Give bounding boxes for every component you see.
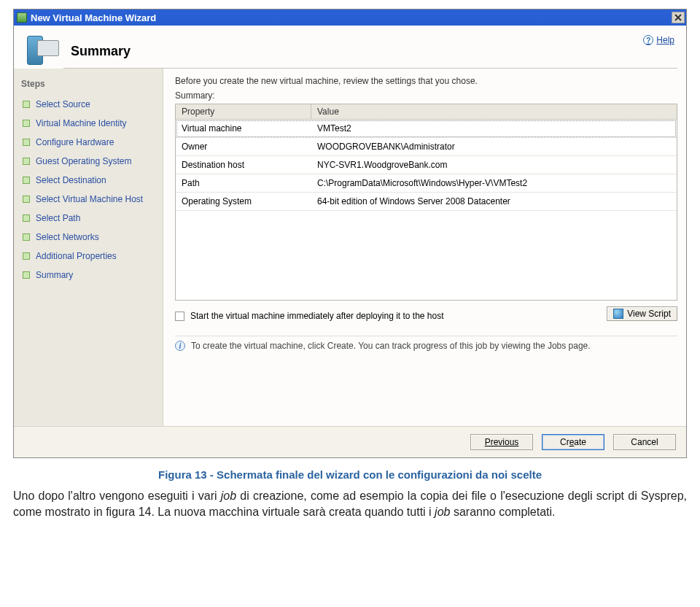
- step-label: Virtual Machine Identity: [36, 118, 127, 128]
- cell-property: Virtual machine: [176, 120, 311, 137]
- column-header-property[interactable]: Property: [176, 104, 311, 119]
- step-label: Select Networks: [36, 232, 99, 242]
- table-row[interactable]: Destination hostNYC-SVR1.WoodgroveBank.c…: [176, 156, 677, 174]
- previous-button[interactable]: Previous: [470, 434, 533, 450]
- info-text: To create the virtual machine, click Cre…: [191, 341, 591, 351]
- titlebar: New Virtual Machine Wizard: [14, 9, 686, 26]
- wizard-window: New Virtual Machine Wizard Summary ? Hel…: [13, 9, 687, 458]
- view-script-button[interactable]: View Script: [607, 306, 677, 321]
- step-label: Summary: [36, 270, 73, 280]
- step-bullet-icon: [23, 233, 30, 241]
- info-row: i To create the virtual machine, click C…: [175, 336, 677, 354]
- summary-panel: Before you create the new virtual machin…: [163, 69, 686, 426]
- summary-grid: Property Value Virtual machineVMTest2Own…: [175, 104, 677, 301]
- step-item[interactable]: Select Source: [21, 95, 157, 114]
- cell-property: Destination host: [176, 156, 311, 174]
- step-item[interactable]: Configure Hardware: [21, 133, 157, 152]
- cell-value: NYC-SVR1.WoodgroveBank.com: [311, 156, 677, 174]
- step-bullet-icon: [23, 214, 30, 222]
- table-row[interactable]: Virtual machineVMTest2: [176, 120, 677, 138]
- help-link[interactable]: ? Help: [643, 35, 674, 45]
- figure-caption: Figura 13 - Schermata finale del wizard …: [13, 468, 687, 481]
- steps-heading: Steps: [21, 79, 157, 89]
- help-icon: ?: [643, 35, 653, 45]
- cancel-label: Cancel: [631, 437, 658, 447]
- step-item[interactable]: Select Networks: [21, 228, 157, 247]
- steps-sidebar: Steps Select SourceVirtual Machine Ident…: [14, 69, 163, 426]
- cell-value: VMTest2: [311, 120, 677, 137]
- step-bullet-icon: [23, 252, 30, 260]
- body-paragraph: Uno dopo l'altro vengono eseguiti i vari…: [13, 488, 687, 521]
- cell-value: C:\ProgramData\Microsoft\Windows\Hyper-V…: [311, 174, 677, 192]
- wizard-page-title: Summary: [71, 35, 643, 63]
- wizard-icon: [21, 30, 62, 68]
- step-item[interactable]: Select Virtual Machine Host: [21, 190, 157, 209]
- step-item[interactable]: Summary: [21, 266, 157, 285]
- help-label: Help: [656, 35, 674, 45]
- table-row[interactable]: PathC:\ProgramData\Microsoft\Windows\Hyp…: [176, 174, 677, 193]
- cell-property: Owner: [176, 138, 311, 155]
- summary-label: Summary:: [175, 90, 677, 101]
- cell-value: 64-bit edition of Windows Server 2008 Da…: [311, 193, 677, 210]
- cell-value: WOODGROVEBANK\Administrator: [311, 138, 677, 155]
- step-label: Select Source: [36, 99, 90, 109]
- step-label: Configure Hardware: [36, 137, 114, 147]
- column-header-value[interactable]: Value: [311, 104, 677, 119]
- create-button[interactable]: Create: [542, 434, 604, 450]
- step-item[interactable]: Virtual Machine Identity: [21, 114, 157, 133]
- window-title: New Virtual Machine Wizard: [31, 12, 672, 23]
- cell-property: Operating System: [176, 193, 311, 210]
- step-item[interactable]: Guest Operating System: [21, 152, 157, 171]
- step-item[interactable]: Additional Properties: [21, 247, 157, 266]
- table-row[interactable]: Operating System64-bit edition of Window…: [176, 193, 677, 211]
- info-icon: i: [175, 341, 185, 351]
- step-bullet-icon: [23, 120, 30, 127]
- step-item[interactable]: Select Path: [21, 209, 157, 228]
- grid-header: Property Value: [176, 104, 677, 120]
- close-icon: [674, 14, 682, 21]
- view-script-label: View Script: [627, 309, 671, 319]
- wizard-button-bar: Previous Create Cancel: [14, 426, 686, 457]
- step-label: Select Virtual Machine Host: [36, 194, 143, 204]
- step-bullet-icon: [23, 158, 30, 165]
- previous-label: Previous: [485, 437, 519, 447]
- script-icon: [613, 309, 623, 319]
- step-bullet-icon: [23, 271, 30, 279]
- step-label: Select Path: [36, 213, 80, 223]
- window-icon: [17, 12, 27, 23]
- step-label: Select Destination: [36, 175, 106, 185]
- cell-property: Path: [176, 174, 311, 192]
- table-row[interactable]: OwnerWOODGROVEBANK\Administrator: [176, 138, 677, 156]
- wizard-header: Summary ? Help: [14, 26, 686, 68]
- step-bullet-icon: [23, 139, 30, 146]
- close-button[interactable]: [672, 12, 685, 23]
- step-label: Additional Properties: [36, 251, 117, 261]
- step-bullet-icon: [23, 101, 30, 108]
- step-label: Guest Operating System: [36, 156, 131, 166]
- step-bullet-icon: [23, 177, 30, 184]
- step-item[interactable]: Select Destination: [21, 171, 157, 190]
- step-bullet-icon: [23, 196, 30, 203]
- intro-text: Before you create the new virtual machin…: [175, 76, 677, 86]
- cancel-button[interactable]: Cancel: [613, 434, 676, 450]
